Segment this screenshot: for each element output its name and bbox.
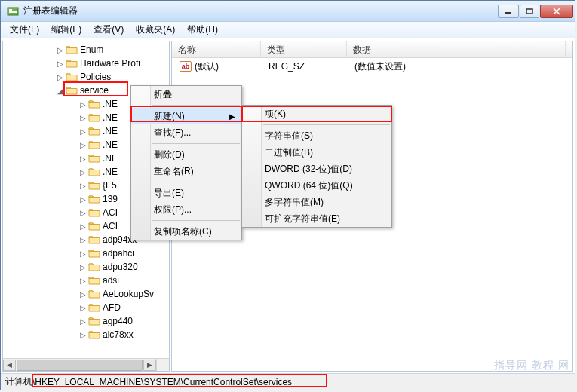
ctx-collapse[interactable]: 折叠 [131, 86, 241, 103]
expand-icon[interactable]: ▷ [78, 263, 87, 271]
menu-view[interactable]: 查看(V) [87, 21, 130, 38]
titlebar[interactable]: 注册表编辑器 [1, 1, 575, 22]
folder-icon [88, 99, 100, 109]
expand-icon[interactable]: ▷ [78, 195, 87, 204]
submenu-new[interactable]: 项(K) 字符串值(S) 二进制值(B) DWORD (32-位)值(D) QW… [241, 105, 392, 228]
sub-qword[interactable]: QWORD (64 位)值(Q) [242, 177, 391, 194]
expand-icon[interactable]: ▷ [78, 209, 87, 217]
ctx-permissions[interactable]: 权限(P)... [131, 201, 241, 218]
tree-item-label: .NE [103, 167, 118, 177]
folder-icon [88, 248, 100, 259]
expand-icon[interactable]: ▷ [56, 60, 65, 68]
expand-icon[interactable]: ▷ [78, 236, 87, 244]
ctx-delete[interactable]: 删除(D) [131, 146, 241, 163]
sub-string[interactable]: 字符串值(S) [242, 127, 391, 144]
window-controls [498, 5, 573, 18]
col-data[interactable]: 数据 [347, 41, 566, 57]
expand-icon[interactable]: ▷ [78, 141, 87, 149]
folder-icon [88, 262, 100, 272]
expand-icon[interactable]: ▷ [78, 127, 87, 136]
tree-item[interactable]: ▷AFD [3, 301, 169, 314]
col-name[interactable]: 名称 [172, 41, 261, 57]
close-button[interactable] [540, 5, 573, 18]
col-type[interactable]: 类型 [261, 41, 347, 57]
list-row[interactable]: ab(默认)REG_SZ(数值未设置) [175, 60, 569, 73]
folder-icon [88, 126, 100, 136]
expand-icon[interactable]: ▷ [78, 331, 87, 339]
tree-item-label: .NE [103, 126, 118, 136]
folder-icon [66, 85, 78, 96]
submenu-arrow-icon: ▶ [229, 112, 235, 121]
expand-icon[interactable]: ▷ [78, 155, 87, 163]
svg-rect-4 [526, 9, 532, 14]
ctx-new[interactable]: 新建(N)▶ [131, 108, 241, 124]
statusbar: 计算机 \HKEY_LOCAL_MACHINE\SYSTEM\CurrentCo… [1, 373, 575, 390]
ctx-rename[interactable]: 重命名(R) [131, 163, 241, 179]
ctx-export[interactable]: 导出(E) [131, 185, 241, 201]
expand-icon[interactable]: ▷ [56, 73, 65, 81]
expand-icon[interactable]: ▷ [78, 250, 87, 258]
menu-favorites[interactable]: 收藏夹(A) [130, 21, 181, 38]
tree-item[interactable]: ▷adpahci [3, 247, 169, 260]
context-menu[interactable]: 折叠 新建(N)▶ 查找(F)... 删除(D) 重命名(R) 导出(E) 权限… [130, 85, 242, 240]
expand-icon[interactable]: ▷ [78, 114, 87, 122]
tree-item-label: .NE [103, 112, 118, 123]
separator [152, 143, 240, 144]
tree-item[interactable]: ▷aic78xx [3, 328, 169, 341]
expand-icon[interactable]: ▷ [78, 182, 87, 190]
tree-item[interactable]: ▷Hardware Profi [3, 57, 169, 70]
expand-icon[interactable]: ▷ [78, 277, 87, 285]
tree-item-label: ACI [103, 221, 118, 231]
scroll-thumb[interactable] [17, 360, 143, 371]
folder-icon [88, 194, 100, 204]
ctx-find[interactable]: 查找(F)... [131, 124, 241, 141]
folder-icon [66, 72, 78, 82]
tree-horizontal-scrollbar[interactable]: ◀ ▶ [3, 358, 156, 371]
tree-item[interactable]: ▷adpu320 [3, 260, 169, 274]
expand-icon[interactable]: ▷ [78, 100, 87, 109]
expand-icon[interactable]: ▷ [78, 304, 87, 312]
folder-icon [88, 139, 100, 150]
tree-item-label: adpu320 [103, 262, 138, 272]
folder-icon [88, 289, 100, 299]
maximize-button[interactable] [520, 5, 539, 18]
tree-item[interactable]: ▷AeLookupSv [3, 287, 169, 301]
sub-binary[interactable]: 二进制值(B) [242, 144, 391, 161]
folder-icon [88, 167, 100, 177]
sub-expand-string[interactable]: 可扩充字符串值(E) [242, 210, 391, 227]
app-icon [7, 5, 19, 17]
sub-key[interactable]: 项(K) [242, 106, 391, 122]
tree-item[interactable]: ▷adsi [3, 274, 169, 287]
tree-item-label: Hardware Profi [80, 58, 140, 69]
folder-icon [88, 329, 100, 340]
separator [152, 182, 240, 182]
minimize-button[interactable] [498, 5, 519, 18]
tree-item-label: Policies [80, 72, 111, 82]
string-value-icon: ab [180, 61, 192, 72]
expand-icon[interactable]: ▷ [56, 46, 65, 54]
tree-item-label: adsi [103, 275, 119, 286]
menu-edit[interactable]: 编辑(E) [45, 21, 87, 38]
tree-item[interactable]: ▷Enum [3, 43, 169, 57]
folder-icon [88, 234, 100, 245]
expand-icon[interactable]: ▷ [78, 222, 87, 231]
expand-icon[interactable]: ◢ [56, 87, 65, 95]
tree-item-label: Enum [80, 44, 103, 55]
sub-dword[interactable]: DWORD (32-位)值(D) [242, 161, 391, 177]
expand-icon[interactable]: ▷ [78, 317, 87, 326]
scroll-left-button[interactable]: ◀ [3, 360, 16, 371]
folder-icon [66, 58, 78, 69]
sub-multi-string[interactable]: 多字符串值(M) [242, 194, 391, 210]
folder-icon [88, 207, 100, 218]
expand-icon[interactable]: ▷ [78, 168, 87, 176]
folder-icon [88, 180, 100, 191]
ctx-copy-key-name[interactable]: 复制项名称(C) [131, 223, 241, 240]
menu-help[interactable]: 帮助(H) [181, 21, 224, 38]
tree-item[interactable]: ▷agp440 [3, 314, 169, 328]
scroll-right-button[interactable]: ▶ [143, 360, 156, 371]
menu-file[interactable]: 文件(F) [4, 21, 45, 38]
tree-item-label: AeLookupSv [103, 289, 154, 299]
value-type: REG_SZ [264, 61, 350, 72]
expand-icon[interactable]: ▷ [78, 290, 87, 299]
tree-item[interactable]: ▷Policies [3, 70, 169, 84]
